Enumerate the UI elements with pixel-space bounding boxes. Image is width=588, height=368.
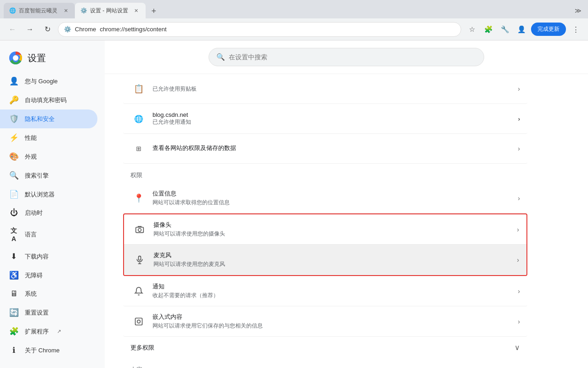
sidebar-item-extensions[interactable]: 🧩 扩展程序 ↗ — [0, 322, 97, 341]
extensions-sidebar-icon: 🧩 — [9, 327, 18, 336]
search-icon: 🔍 — [216, 53, 225, 61]
profile-button[interactable]: 👤 — [514, 23, 528, 36]
forward-button[interactable]: → — [23, 23, 37, 36]
notification-text: 通知 收起不需要的请求（推荐） — [153, 282, 514, 299]
tab-overflow-button[interactable]: ≫ — [571, 4, 584, 17]
more-permissions-row[interactable]: 更多权限 ∨ — [123, 337, 527, 358]
performance-icon: ⚡ — [9, 133, 18, 143]
sidebar-item-search-engine[interactable]: 🔍 搜索引擎 — [0, 166, 97, 185]
tab2-title: 设置 - 网站设置 — [90, 7, 128, 15]
chrome-logo — [9, 52, 22, 64]
notification-icon — [130, 283, 147, 299]
sidebar-label-default-browser: 默认浏览器 — [25, 190, 55, 199]
sidebar-label-you-google: 您与 Google — [25, 77, 58, 86]
extensions-button[interactable]: 🧩 — [481, 23, 495, 36]
sidebar-item-system[interactable]: 🖥 系统 — [0, 285, 97, 303]
microphone-text: 麦克风 网站可以请求使用您的麦克风 — [153, 251, 513, 268]
sidebar-item-autofill[interactable]: 🔑 自动填充和密码 — [0, 91, 97, 109]
extension-puzzle-button[interactable]: 🔧 — [498, 23, 512, 36]
sidebar-label-reset: 重置设置 — [25, 309, 49, 317]
clipboard-text: 已允许使用剪贴板 — [153, 85, 514, 93]
sidebar-label-search-engine: 搜索引擎 — [25, 172, 49, 180]
clipboard-chevron: › — [518, 85, 520, 92]
view-all-sites-item[interactable]: ⊞ 查看各网站的权限及储存的数据 › — [123, 134, 527, 164]
chrome-logo-small: ⚙️ — [64, 26, 71, 33]
csdn-text: blog.csdn.net 已允许使用通知 — [153, 111, 518, 126]
site-item-csdn[interactable]: 🌐 blog.csdn.net 已允许使用通知 › — [123, 104, 527, 134]
location-item[interactable]: 📍 位置信息 网站可以请求取得您的位置信息 › — [123, 183, 527, 213]
content-label: 内容 — [123, 358, 527, 368]
red-highlight-box: 摄像头 网站可以请求使用您的摄像头 › — [123, 213, 527, 276]
notification-item[interactable]: 通知 收起不需要的请求（推荐） › — [123, 276, 527, 306]
sidebar-label-language: 语言 — [25, 230, 37, 239]
search-container: 🔍 — [105, 40, 588, 74]
location-icon: 📍 — [130, 190, 147, 207]
sidebar-label-appearance: 外观 — [25, 153, 37, 161]
clipboard-sub: 已允许使用剪贴板 — [153, 85, 514, 93]
expand-chevron-down: ∨ — [514, 343, 520, 352]
view-all-icon: ⊞ — [130, 140, 147, 157]
csdn-site-icon: 🌐 — [130, 110, 147, 127]
sidebar-item-you-google[interactable]: 👤 您与 Google — [0, 72, 97, 91]
notification-sub: 收起不需要的请求（推荐） — [153, 292, 514, 299]
microphone-icon — [131, 252, 148, 268]
embedded-chevron: › — [518, 318, 520, 325]
svg-point-9 — [137, 320, 141, 323]
sidebar-item-appearance[interactable]: 🎨 外观 — [0, 147, 97, 166]
embedded-text: 嵌入式内容 网站可以请求使用它们保存的与您相关的信息 — [153, 313, 514, 330]
main-content: 设置 👤 您与 Google 🔑 自动填充和密码 🛡️ 隐私和安全 ⚡ 性能 🎨… — [0, 40, 588, 368]
sidebar-item-accessibility[interactable]: ♿ 无障碍 — [0, 266, 97, 285]
sidebar-title: 设置 — [28, 52, 46, 64]
embedded-title: 嵌入式内容 — [153, 313, 514, 321]
tab-1[interactable]: 🌐 百度智能云曦灵 ✕ — [4, 3, 75, 18]
search-input[interactable] — [229, 53, 476, 61]
view-all-text: 查看各网站的权限及储存的数据 — [153, 144, 514, 153]
view-all-title: 查看各网站的权限及储存的数据 — [153, 144, 514, 152]
downloads-icon: ⬇ — [9, 252, 18, 261]
tab-2[interactable]: ⚙️ 设置 - 网站设置 ✕ — [75, 3, 146, 18]
menu-button[interactable]: ⋮ — [569, 23, 582, 36]
microphone-item[interactable]: 麦克风 网站可以请求使用您的麦克风 › — [124, 245, 526, 275]
embedded-item[interactable]: 嵌入式内容 网站可以请求使用它们保存的与您相关的信息 › — [123, 306, 527, 337]
sidebar: 设置 👤 您与 Google 🔑 自动填充和密码 🛡️ 隐私和安全 ⚡ 性能 🎨… — [0, 40, 105, 368]
sidebar-item-language[interactable]: 文A 语言 — [0, 222, 97, 247]
address-bar[interactable]: ⚙️ Chrome chrome://settings/content — [58, 22, 461, 37]
back-button[interactable]: ← — [6, 23, 19, 36]
sidebar-item-privacy[interactable]: 🛡️ 隐私和安全 — [0, 109, 97, 128]
sidebar-label-extensions: 扩展程序 — [25, 328, 49, 336]
sidebar-label-about: 关于 Chrome — [25, 346, 60, 355]
refresh-button[interactable]: ↻ — [40, 23, 54, 36]
chrome-label: Chrome — [75, 26, 96, 33]
sidebar-item-downloads[interactable]: ⬇ 下载内容 — [0, 247, 97, 266]
camera-chevron: › — [517, 226, 519, 233]
sidebar-label-accessibility: 无障碍 — [25, 271, 43, 280]
sidebar-item-performance[interactable]: ⚡ 性能 — [0, 128, 97, 147]
svg-rect-5 — [139, 256, 141, 260]
reset-icon: 🔄 — [9, 308, 18, 317]
bookmark-button[interactable]: ☆ — [465, 23, 479, 36]
tab2-close[interactable]: ✕ — [133, 7, 140, 14]
notification-title: 通知 — [153, 282, 514, 291]
language-icon: 文A — [9, 227, 18, 242]
sidebar-item-default-browser[interactable]: 📄 默认浏览器 — [0, 185, 97, 204]
update-button[interactable]: 完成更新 — [531, 23, 566, 36]
search-bar[interactable]: 🔍 — [209, 48, 484, 66]
svg-point-2 — [13, 56, 18, 60]
tab1-close[interactable]: ✕ — [62, 7, 69, 14]
csdn-chevron: › — [518, 115, 520, 122]
sidebar-item-startup[interactable]: ⏻ 启动时 — [0, 204, 97, 222]
notification-chevron: › — [518, 288, 520, 295]
csdn-sub: 已允许使用通知 — [153, 118, 518, 126]
sidebar-item-reset[interactable]: 🔄 重置设置 — [0, 303, 97, 322]
content-area: 🔍 📋 已允许使用剪贴板 › 🌐 blog.csdn.n — [105, 40, 588, 368]
url-display: chrome://settings/content — [100, 26, 455, 33]
camera-item[interactable]: 摄像头 网站可以请求使用您的摄像头 › — [124, 214, 526, 245]
clipboard-item[interactable]: 📋 已允许使用剪贴板 › — [123, 74, 527, 104]
sidebar-item-about[interactable]: ℹ 关于 Chrome — [0, 341, 97, 360]
about-icon: ℹ — [9, 345, 18, 355]
settings-content: 📋 已允许使用剪贴板 › 🌐 blog.csdn.net 已允许使用通知 › — [105, 74, 546, 368]
location-title: 位置信息 — [153, 190, 514, 198]
new-tab-button[interactable]: + — [147, 5, 160, 17]
embedded-sub: 网站可以请求使用它们保存的与您相关的信息 — [153, 322, 514, 330]
sidebar-label-system: 系统 — [25, 290, 37, 298]
